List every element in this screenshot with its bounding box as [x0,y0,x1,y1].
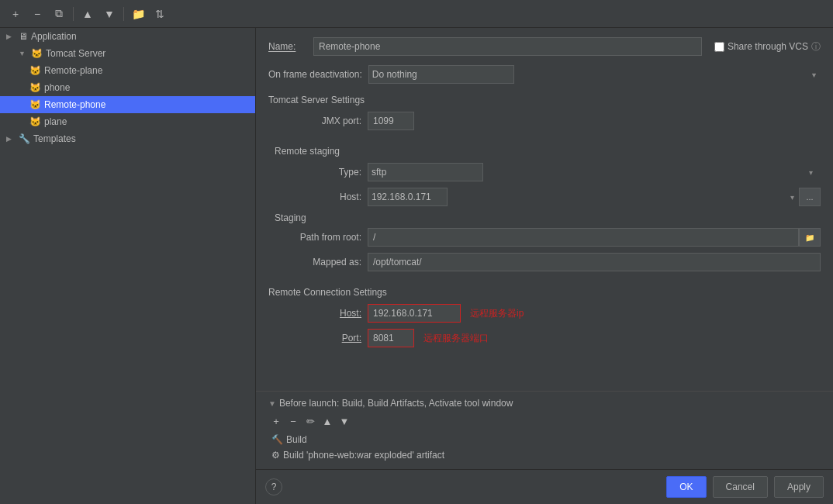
tree-item-remote-plane[interactable]: 🐱 Remote-plane [0,62,255,79]
config-area: Name: Share through VCS ⓘ On frame deact… [256,28,833,391]
rc-port-annotation: 远程服务器端口 [423,332,489,345]
tree-label-remote-plane: Remote-plane [44,65,102,76]
name-label: Name: [268,41,307,52]
right-panel: Name: Share through VCS ⓘ On frame deact… [256,28,833,504]
divider-1 [268,136,821,143]
sort-button[interactable]: ⇅ [150,5,169,23]
share-vcs-label: Share through VCS [728,41,808,52]
copy-button[interactable]: ⧉ [50,5,68,23]
launch-toolbar: + − ✏ ▲ ▼ [268,413,821,429]
apply-button[interactable]: Apply [774,476,824,498]
build-label: Build [286,434,307,445]
before-launch-arrow[interactable]: ▼ [268,399,276,408]
tree-label-remote-phone: Remote-phone [44,99,105,110]
launch-add-button[interactable]: + [268,413,284,429]
main-area: ▶ 🖥 Application ▼ 🐱 Tomcat Server 🐱 Remo… [0,28,833,504]
share-vcs-checkbox[interactable] [714,42,724,52]
tree-label-application: Application [31,31,77,42]
remote-connection-header: Remote Connection Settings [268,287,821,298]
move-down-button[interactable]: ▼ [100,5,119,23]
tree-label-tomcat: Tomcat Server [46,48,105,59]
tree-item-phone[interactable]: 🐱 phone [0,79,255,96]
help-icon: ⓘ [811,40,821,54]
bottom-left: ? [265,478,282,495]
rc-port-row: Port: 远程服务器端口 [268,329,821,347]
tree-arrow-templates: ▶ [6,135,14,143]
tomcat-icon: 🐱 [31,48,43,59]
divider-2 [268,278,821,284]
type-label: Type: [268,167,361,178]
launch-up-button[interactable]: ▲ [320,413,335,429]
frame-deactivation-select[interactable]: Do nothing Update resources Update class… [368,65,514,84]
remove-button[interactable]: − [28,5,47,23]
toolbar: + − ⧉ ▲ ▼ 📁 ⇅ [0,0,833,28]
host-browse-button[interactable]: ... [799,188,821,206]
path-from-root-group: 📁 [368,228,821,247]
rc-host-annotation: 远程服务器ip [470,307,524,320]
move-up-button[interactable]: ▲ [78,5,97,23]
type-select-wrapper: sftp ftp ftps local or mounted folder [368,163,817,181]
host-select-wrapper: 192.168.0.171 [368,188,799,206]
artifact-label: Build 'phone-web:war exploded' artifact [283,450,444,461]
jmx-port-label: JMX port: [268,116,361,126]
tree-arrow-tomcat: ▼ [19,50,26,57]
toolbar-separator-1 [73,7,74,21]
frame-deactivation-label: On frame deactivation: [268,69,362,80]
mapped-as-input[interactable] [368,253,821,271]
tree-arrow-application: ▶ [6,33,14,40]
path-browse-button[interactable]: 📁 [799,228,821,247]
tree-label-plane: plane [44,116,67,127]
cancel-button[interactable]: Cancel [713,476,768,498]
before-launch-section: ▼ Before launch: Build, Build Artifacts,… [256,391,833,469]
tree-item-plane[interactable]: 🐱 plane [0,113,255,130]
launch-remove-button[interactable]: − [285,413,301,429]
jmx-port-row: JMX port: [268,112,821,130]
templates-icon: 🔧 [19,133,30,144]
toolbar-separator-2 [123,7,124,21]
plane-icon: 🐱 [29,116,41,127]
add-button[interactable]: + [6,5,25,23]
host-row: Host: 192.168.0.171 ... [268,188,821,206]
host-input-group: 192.168.0.171 ... [368,188,821,206]
name-row: Name: Share through VCS ⓘ [268,37,821,56]
mapped-as-label: Mapped as: [268,257,361,268]
build-icon: 🔨 [271,434,283,445]
jmx-port-input[interactable] [368,112,414,130]
tree-item-templates[interactable]: ▶ 🔧 Templates [0,130,255,147]
tree-item-tomcat-server[interactable]: ▼ 🐱 Tomcat Server [0,45,255,62]
tomcat-settings-header: Tomcat Server Settings [268,95,821,105]
path-from-root-row: Path from root: 📁 [268,228,821,247]
bottom-right: OK Cancel Apply [666,476,824,498]
application-icon: 🖥 [19,31,28,42]
launch-edit-button[interactable]: ✏ [302,413,318,429]
launch-down-button[interactable]: ▼ [337,413,352,429]
rc-port-label: Port: [268,333,361,343]
folder-button[interactable]: 📁 [129,5,147,23]
tree-item-application[interactable]: ▶ 🖥 Application [0,28,255,45]
mapped-as-row: Mapped as: [268,253,821,271]
remote-plane-icon: 🐱 [29,65,41,76]
rc-port-input[interactable] [368,329,414,347]
type-select[interactable]: sftp ftp ftps local or mounted folder [368,163,483,181]
left-panel: ▶ 🖥 Application ▼ 🐱 Tomcat Server 🐱 Remo… [0,28,256,504]
frame-deactivation-wrapper: Do nothing Update resources Update class… [368,65,821,84]
tree-label-phone: phone [44,82,70,93]
staging-label: Staging [275,212,821,223]
path-from-root-label: Path from root: [268,232,361,243]
launch-item-artifact: ⚙ Build 'phone-web:war exploded' artifac… [268,447,821,463]
frame-dropdown-arrow: ▾ [812,71,816,79]
rc-host-input[interactable] [368,304,461,323]
bottom-bar: ? OK Cancel Apply [256,469,833,504]
host-label: Host: [268,192,361,202]
tree-item-remote-phone[interactable]: 🐱 Remote-phone [0,96,255,113]
type-row: Type: sftp ftp ftps local or mounted fol… [268,163,821,181]
name-input[interactable] [313,37,702,56]
path-from-root-input[interactable] [368,228,799,247]
host-select[interactable]: 192.168.0.171 [368,188,448,206]
remote-staging-header: Remote staging [275,146,821,157]
help-button[interactable]: ? [265,478,282,495]
remote-phone-icon: 🐱 [29,99,41,110]
phone-icon: 🐱 [29,82,41,93]
share-vcs-row: Share through VCS ⓘ [714,40,821,54]
ok-button[interactable]: OK [666,476,706,498]
